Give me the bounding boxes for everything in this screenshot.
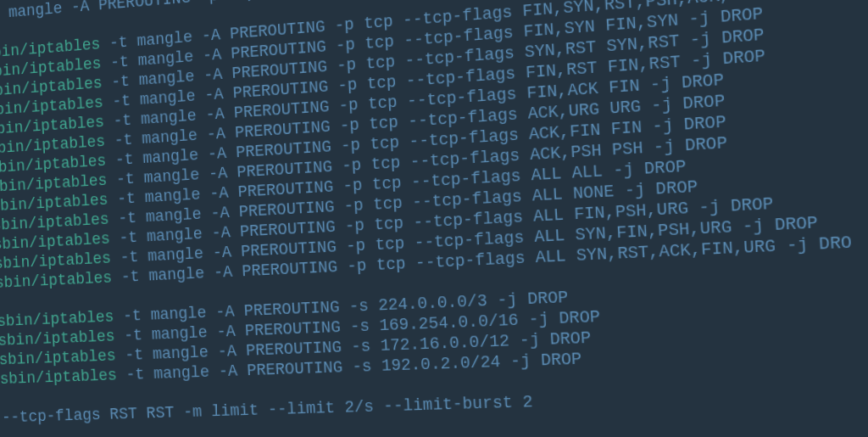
terminal-output: --ctstate NEW -j DROP -t mangle -A PRERO… (0, 0, 860, 428)
terminal-viewport: --ctstate NEW -j DROP -t mangle -A PRERO… (0, 0, 868, 437)
command-path: sbin/iptables (0, 367, 117, 389)
